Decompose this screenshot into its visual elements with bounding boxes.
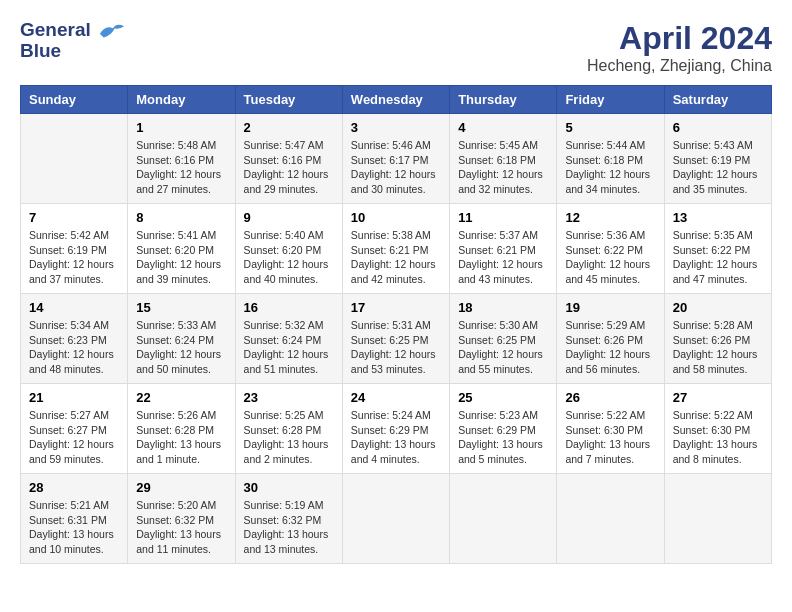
calendar-cell: 26Sunrise: 5:22 AM Sunset: 6:30 PM Dayli… xyxy=(557,384,664,474)
day-info: Sunrise: 5:26 AM Sunset: 6:28 PM Dayligh… xyxy=(136,408,226,467)
calendar-cell: 7Sunrise: 5:42 AM Sunset: 6:19 PM Daylig… xyxy=(21,204,128,294)
calendar-cell: 24Sunrise: 5:24 AM Sunset: 6:29 PM Dayli… xyxy=(342,384,449,474)
calendar-cell: 11Sunrise: 5:37 AM Sunset: 6:21 PM Dayli… xyxy=(450,204,557,294)
day-number: 3 xyxy=(351,120,441,135)
day-info: Sunrise: 5:44 AM Sunset: 6:18 PM Dayligh… xyxy=(565,138,655,197)
calendar-cell: 22Sunrise: 5:26 AM Sunset: 6:28 PM Dayli… xyxy=(128,384,235,474)
calendar-week-4: 21Sunrise: 5:27 AM Sunset: 6:27 PM Dayli… xyxy=(21,384,772,474)
day-info: Sunrise: 5:46 AM Sunset: 6:17 PM Dayligh… xyxy=(351,138,441,197)
calendar-cell: 9Sunrise: 5:40 AM Sunset: 6:20 PM Daylig… xyxy=(235,204,342,294)
calendar-cell: 30Sunrise: 5:19 AM Sunset: 6:32 PM Dayli… xyxy=(235,474,342,564)
day-info: Sunrise: 5:33 AM Sunset: 6:24 PM Dayligh… xyxy=(136,318,226,377)
day-info: Sunrise: 5:25 AM Sunset: 6:28 PM Dayligh… xyxy=(244,408,334,467)
logo-line2: Blue xyxy=(20,40,61,61)
day-number: 1 xyxy=(136,120,226,135)
day-number: 7 xyxy=(29,210,119,225)
calendar-cell: 13Sunrise: 5:35 AM Sunset: 6:22 PM Dayli… xyxy=(664,204,771,294)
calendar-cell: 21Sunrise: 5:27 AM Sunset: 6:27 PM Dayli… xyxy=(21,384,128,474)
day-info: Sunrise: 5:27 AM Sunset: 6:27 PM Dayligh… xyxy=(29,408,119,467)
day-number: 26 xyxy=(565,390,655,405)
calendar-cell: 14Sunrise: 5:34 AM Sunset: 6:23 PM Dayli… xyxy=(21,294,128,384)
calendar-cell: 29Sunrise: 5:20 AM Sunset: 6:32 PM Dayli… xyxy=(128,474,235,564)
page-subtitle: Hecheng, Zhejiang, China xyxy=(587,57,772,75)
day-number: 6 xyxy=(673,120,763,135)
day-info: Sunrise: 5:30 AM Sunset: 6:25 PM Dayligh… xyxy=(458,318,548,377)
day-info: Sunrise: 5:36 AM Sunset: 6:22 PM Dayligh… xyxy=(565,228,655,287)
calendar-cell: 2Sunrise: 5:47 AM Sunset: 6:16 PM Daylig… xyxy=(235,114,342,204)
day-number: 17 xyxy=(351,300,441,315)
calendar-cell: 23Sunrise: 5:25 AM Sunset: 6:28 PM Dayli… xyxy=(235,384,342,474)
day-info: Sunrise: 5:43 AM Sunset: 6:19 PM Dayligh… xyxy=(673,138,763,197)
day-number: 4 xyxy=(458,120,548,135)
calendar-table: SundayMondayTuesdayWednesdayThursdayFrid… xyxy=(20,85,772,564)
calendar-cell: 1Sunrise: 5:48 AM Sunset: 6:16 PM Daylig… xyxy=(128,114,235,204)
calendar-cell: 18Sunrise: 5:30 AM Sunset: 6:25 PM Dayli… xyxy=(450,294,557,384)
calendar-cell: 17Sunrise: 5:31 AM Sunset: 6:25 PM Dayli… xyxy=(342,294,449,384)
day-number: 25 xyxy=(458,390,548,405)
calendar-cell: 16Sunrise: 5:32 AM Sunset: 6:24 PM Dayli… xyxy=(235,294,342,384)
weekday-header-monday: Monday xyxy=(128,86,235,114)
day-info: Sunrise: 5:29 AM Sunset: 6:26 PM Dayligh… xyxy=(565,318,655,377)
day-number: 28 xyxy=(29,480,119,495)
logo-line1: General xyxy=(20,19,91,40)
day-number: 5 xyxy=(565,120,655,135)
calendar-cell xyxy=(664,474,771,564)
day-info: Sunrise: 5:28 AM Sunset: 6:26 PM Dayligh… xyxy=(673,318,763,377)
calendar-cell xyxy=(21,114,128,204)
calendar-cell: 6Sunrise: 5:43 AM Sunset: 6:19 PM Daylig… xyxy=(664,114,771,204)
weekday-header-sunday: Sunday xyxy=(21,86,128,114)
day-info: Sunrise: 5:48 AM Sunset: 6:16 PM Dayligh… xyxy=(136,138,226,197)
calendar-cell: 5Sunrise: 5:44 AM Sunset: 6:18 PM Daylig… xyxy=(557,114,664,204)
calendar-cell: 19Sunrise: 5:29 AM Sunset: 6:26 PM Dayli… xyxy=(557,294,664,384)
day-number: 20 xyxy=(673,300,763,315)
day-number: 13 xyxy=(673,210,763,225)
day-number: 29 xyxy=(136,480,226,495)
day-number: 30 xyxy=(244,480,334,495)
day-info: Sunrise: 5:23 AM Sunset: 6:29 PM Dayligh… xyxy=(458,408,548,467)
day-number: 16 xyxy=(244,300,334,315)
weekday-header-row: SundayMondayTuesdayWednesdayThursdayFrid… xyxy=(21,86,772,114)
day-info: Sunrise: 5:47 AM Sunset: 6:16 PM Dayligh… xyxy=(244,138,334,197)
day-number: 9 xyxy=(244,210,334,225)
weekday-header-wednesday: Wednesday xyxy=(342,86,449,114)
calendar-cell xyxy=(450,474,557,564)
calendar-cell: 4Sunrise: 5:45 AM Sunset: 6:18 PM Daylig… xyxy=(450,114,557,204)
day-info: Sunrise: 5:20 AM Sunset: 6:32 PM Dayligh… xyxy=(136,498,226,557)
weekday-header-saturday: Saturday xyxy=(664,86,771,114)
calendar-cell: 10Sunrise: 5:38 AM Sunset: 6:21 PM Dayli… xyxy=(342,204,449,294)
calendar-cell xyxy=(342,474,449,564)
day-number: 15 xyxy=(136,300,226,315)
calendar-week-2: 7Sunrise: 5:42 AM Sunset: 6:19 PM Daylig… xyxy=(21,204,772,294)
day-number: 21 xyxy=(29,390,119,405)
day-number: 2 xyxy=(244,120,334,135)
day-info: Sunrise: 5:24 AM Sunset: 6:29 PM Dayligh… xyxy=(351,408,441,467)
logo: General Blue xyxy=(20,20,126,62)
day-number: 23 xyxy=(244,390,334,405)
title-area: April 2024 Hecheng, Zhejiang, China xyxy=(587,20,772,75)
calendar-week-3: 14Sunrise: 5:34 AM Sunset: 6:23 PM Dayli… xyxy=(21,294,772,384)
day-info: Sunrise: 5:45 AM Sunset: 6:18 PM Dayligh… xyxy=(458,138,548,197)
day-number: 10 xyxy=(351,210,441,225)
day-number: 8 xyxy=(136,210,226,225)
day-info: Sunrise: 5:37 AM Sunset: 6:21 PM Dayligh… xyxy=(458,228,548,287)
day-number: 24 xyxy=(351,390,441,405)
day-number: 12 xyxy=(565,210,655,225)
day-number: 22 xyxy=(136,390,226,405)
calendar-cell: 15Sunrise: 5:33 AM Sunset: 6:24 PM Dayli… xyxy=(128,294,235,384)
day-info: Sunrise: 5:42 AM Sunset: 6:19 PM Dayligh… xyxy=(29,228,119,287)
calendar-cell: 3Sunrise: 5:46 AM Sunset: 6:17 PM Daylig… xyxy=(342,114,449,204)
day-info: Sunrise: 5:22 AM Sunset: 6:30 PM Dayligh… xyxy=(673,408,763,467)
day-info: Sunrise: 5:21 AM Sunset: 6:31 PM Dayligh… xyxy=(29,498,119,557)
calendar-cell: 28Sunrise: 5:21 AM Sunset: 6:31 PM Dayli… xyxy=(21,474,128,564)
day-number: 27 xyxy=(673,390,763,405)
day-info: Sunrise: 5:19 AM Sunset: 6:32 PM Dayligh… xyxy=(244,498,334,557)
day-info: Sunrise: 5:31 AM Sunset: 6:25 PM Dayligh… xyxy=(351,318,441,377)
calendar-cell xyxy=(557,474,664,564)
day-number: 18 xyxy=(458,300,548,315)
day-info: Sunrise: 5:22 AM Sunset: 6:30 PM Dayligh… xyxy=(565,408,655,467)
header: General Blue April 2024 Hecheng, Zhejian… xyxy=(20,20,772,75)
day-info: Sunrise: 5:40 AM Sunset: 6:20 PM Dayligh… xyxy=(244,228,334,287)
logo-bird-icon xyxy=(98,20,126,42)
weekday-header-thursday: Thursday xyxy=(450,86,557,114)
calendar-week-5: 28Sunrise: 5:21 AM Sunset: 6:31 PM Dayli… xyxy=(21,474,772,564)
